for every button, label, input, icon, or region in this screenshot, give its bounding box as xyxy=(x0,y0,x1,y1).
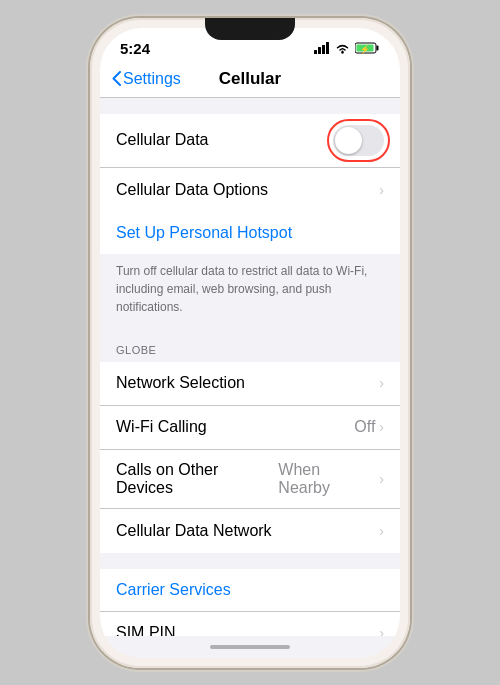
chevron-icon-network: › xyxy=(379,375,384,391)
calls-other-devices-label: Calls on Other Devices xyxy=(116,461,278,497)
svg-point-4 xyxy=(341,51,343,53)
back-chevron-icon xyxy=(112,71,121,86)
chevron-icon-cdn: › xyxy=(379,523,384,539)
network-selection-row[interactable]: Network Selection › xyxy=(100,362,400,406)
cellular-data-row[interactable]: Cellular Data xyxy=(100,114,400,168)
calls-other-devices-value: When Nearby xyxy=(278,461,375,497)
sim-pin-row[interactable]: SIM PIN › xyxy=(100,612,400,636)
cellular-data-toggle[interactable] xyxy=(333,125,384,156)
wifi-calling-value-group: Off › xyxy=(354,418,384,436)
status-icons: ⚡ xyxy=(314,42,380,54)
carrier-services-link[interactable]: Carrier Services xyxy=(100,569,400,612)
chevron-icon-wifi: › xyxy=(379,419,384,435)
hotspot-link[interactable]: Set Up Personal Hotspot xyxy=(100,212,400,254)
calls-other-devices-row[interactable]: Calls on Other Devices When Nearby › xyxy=(100,450,400,509)
globe-group: Network Selection › Wi-Fi Calling Off › … xyxy=(100,362,400,553)
globe-section-header: GLOBE xyxy=(100,328,400,362)
cellular-data-network-row[interactable]: Cellular Data Network › xyxy=(100,509,400,553)
content-scroll: Cellular Data Cellular Data Options › xyxy=(100,98,400,636)
nav-bar: Settings Cellular xyxy=(100,61,400,98)
cellular-main-group: Cellular Data Cellular Data Options › xyxy=(100,114,400,212)
wifi-calling-row[interactable]: Wi-Fi Calling Off › xyxy=(100,406,400,450)
spacer-1 xyxy=(100,98,400,114)
carrier-group: SIM PIN › SIM Applications › xyxy=(100,612,400,636)
chevron-icon-sim: › xyxy=(379,625,384,636)
back-button[interactable]: Settings xyxy=(112,70,181,88)
chevron-icon: › xyxy=(379,182,384,198)
network-selection-label: Network Selection xyxy=(116,374,245,392)
toggle-thumb xyxy=(335,127,362,154)
back-label: Settings xyxy=(123,70,181,88)
phone-screen: 5:24 xyxy=(100,28,400,658)
svg-rect-3 xyxy=(326,42,329,54)
wifi-calling-value: Off xyxy=(354,418,375,436)
cellular-data-options-row[interactable]: Cellular Data Options › xyxy=(100,168,400,212)
toggle-container xyxy=(333,125,384,156)
page-title: Cellular xyxy=(219,69,281,89)
phone-frame: 5:24 xyxy=(90,18,410,668)
cellular-data-options-label: Cellular Data Options xyxy=(116,181,268,199)
battery-icon: ⚡ xyxy=(355,42,380,54)
wifi-icon xyxy=(335,43,350,54)
svg-rect-2 xyxy=(322,45,325,54)
cellular-data-network-label: Cellular Data Network xyxy=(116,522,272,540)
notch xyxy=(205,18,295,40)
cellular-data-label: Cellular Data xyxy=(116,131,208,149)
status-time: 5:24 xyxy=(120,40,150,57)
sim-pin-label: SIM PIN xyxy=(116,624,176,636)
signal-icon xyxy=(314,42,330,54)
home-bar xyxy=(210,645,290,649)
svg-rect-6 xyxy=(377,46,379,51)
info-text: Turn off cellular data to restrict all d… xyxy=(100,254,400,328)
svg-text:⚡: ⚡ xyxy=(360,44,370,54)
spacer-2 xyxy=(100,553,400,569)
home-indicator xyxy=(100,636,400,658)
chevron-icon-calls: › xyxy=(379,471,384,487)
wifi-calling-label: Wi-Fi Calling xyxy=(116,418,207,436)
svg-rect-1 xyxy=(318,47,321,54)
calls-other-devices-value-group: When Nearby › xyxy=(278,461,384,497)
svg-rect-0 xyxy=(314,50,317,54)
hotspot-container: Set Up Personal Hotspot xyxy=(100,212,400,254)
carrier-services-container: Carrier Services xyxy=(100,569,400,612)
